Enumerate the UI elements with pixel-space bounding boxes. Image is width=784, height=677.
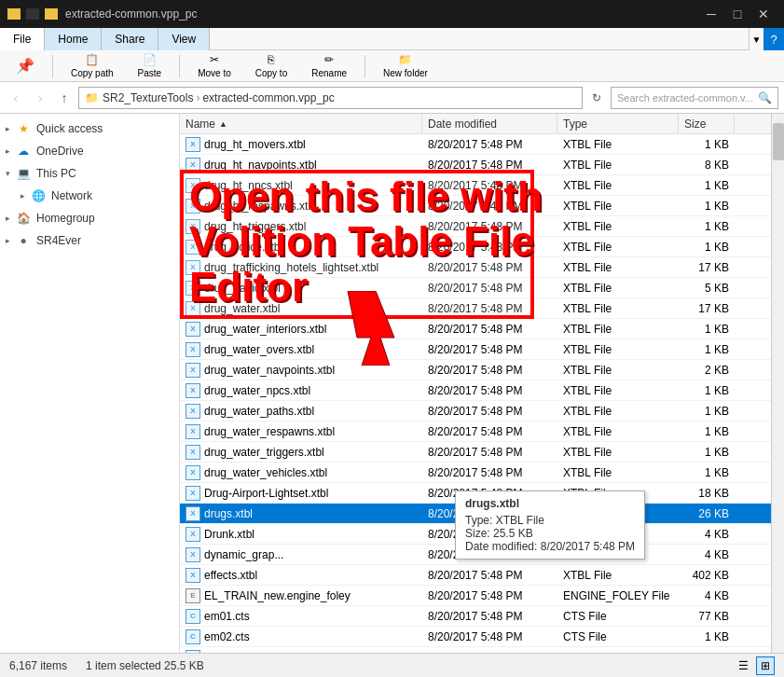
col-type-label: Type xyxy=(563,117,587,131)
file-name: em01.cts xyxy=(204,610,250,623)
table-row[interactable]: X drugs.xtbl 8/20/2017 5:48 PM XTBL File… xyxy=(180,504,771,524)
sidebar-item-homegroup[interactable]: ▸ 🏠 Homegroup xyxy=(0,207,179,229)
onedrive-expander: ▸ xyxy=(0,144,15,159)
table-row[interactable]: X drug_water_vehicles.xtbl 8/20/2017 5:4… xyxy=(180,463,771,483)
table-row[interactable]: X dynamic_grap... 8/20/2017 5:48 PM XTBL… xyxy=(180,545,771,565)
table-row[interactable]: X drug_ht_navpoints.xtbl 8/20/2017 5:48 … xyxy=(180,155,771,175)
table-row[interactable]: C em02.cts 8/20/2017 5:48 PM CTS File 1 … xyxy=(180,627,771,647)
file-name: drug_water_respawns.xtbl xyxy=(204,425,335,438)
table-row[interactable]: X drug_water.xtbl 8/20/2017 5:48 PM XTBL… xyxy=(180,298,771,319)
table-row[interactable]: X drug_ht_triggers.xtbl 8/20/2017 5:48 P… xyxy=(180,216,771,237)
table-row[interactable]: X effects.xtbl 8/20/2017 5:48 PM XTBL Fi… xyxy=(180,565,771,586)
col-header-date[interactable]: Date modified xyxy=(422,114,557,134)
file-name-cell: X drugs.xtbl xyxy=(180,506,422,521)
col-header-size[interactable]: Size xyxy=(679,114,735,134)
file-name: drug_water_npcs.xtbl xyxy=(204,384,310,397)
table-row[interactable]: X drug_water_interiors.xtbl 8/20/2017 5:… xyxy=(180,319,771,339)
breadcrumb[interactable]: 📁 SR2_TextureTools › extracted-common.vp… xyxy=(78,87,583,109)
ribbon-paste-btn[interactable]: 📄 Paste xyxy=(128,49,172,82)
tab-share[interactable]: Share xyxy=(102,28,158,50)
table-row[interactable]: X Drug-Airport-Lightset.xtbl 8/20/2017 5… xyxy=(180,483,771,504)
file-name-cell: X drug_ht_triggers.xtbl xyxy=(180,219,422,234)
homegroup-expander: ▸ xyxy=(0,211,15,226)
file-date-cell: 8/20/2017 5:48 PM xyxy=(422,466,557,479)
col-size-label: Size xyxy=(684,117,706,131)
file-type-icon: X xyxy=(186,199,200,214)
col-header-name[interactable]: Name ▲ xyxy=(180,114,422,134)
refresh-button[interactable]: ↻ xyxy=(586,88,607,108)
file-type-cell: XTBL File xyxy=(557,569,679,582)
breadcrumb-arrow1: › xyxy=(196,91,199,104)
table-row[interactable]: X drug_water_respawns.xtbl 8/20/2017 5:4… xyxy=(180,421,771,442)
file-type-icon: X xyxy=(186,137,200,152)
table-row[interactable]: C em01.cts 8/20/2017 5:48 PM CTS File 77… xyxy=(180,606,771,627)
file-name-cell: X drug_water_paths.xtbl xyxy=(180,404,422,419)
table-row[interactable]: X drug_ht_npcs.xtbl 8/20/2017 5:48 PM XT… xyxy=(180,175,771,196)
sidebar-item-network[interactable]: ▸ 🌐 Network xyxy=(0,185,179,207)
table-row[interactable]: X drug_water_overs.xtbl 8/20/2017 5:48 P… xyxy=(180,339,771,360)
table-row[interactable]: X drug_water_triggers.xtbl 8/20/2017 5:4… xyxy=(180,442,771,463)
back-button[interactable]: ‹ xyxy=(6,88,26,108)
scrollbar-track[interactable] xyxy=(771,114,784,653)
table-row[interactable]: X Drunk.xtbl 8/20/2017 5:48 PM XTBL File… xyxy=(180,524,771,545)
tab-home[interactable]: Home xyxy=(45,28,102,50)
table-row[interactable]: X drug_water_npcs.xtbl 8/20/2017 5:48 PM… xyxy=(180,380,771,401)
view-details-btn[interactable]: ☰ xyxy=(734,656,752,675)
file-type-cell: ENGINE_FOLEY File xyxy=(557,589,679,602)
table-row[interactable]: X drug_police.xtbl 8/20/2017 5:48 PM XTB… xyxy=(180,237,771,257)
file-name: drug_ht_triggers.xtbl xyxy=(204,220,306,233)
file-size-cell: 1 KB xyxy=(679,384,735,397)
file-name: drug_ht_navpoints.xtbl xyxy=(204,159,317,172)
maximize-button[interactable]: □ xyxy=(724,0,750,28)
file-type-cell: XTBL File xyxy=(557,179,679,192)
col-header-type[interactable]: Type xyxy=(557,114,679,134)
tab-view[interactable]: View xyxy=(158,28,210,50)
main-layout: ▸ ★ Quick access ▸ ☁ OneDrive ▾ 💻 This P… xyxy=(0,114,784,653)
sr4ever-icon: ● xyxy=(15,232,32,249)
table-row[interactable]: X drug_water_navpoints.xtbl 8/20/2017 5:… xyxy=(180,360,771,380)
help-button[interactable]: ? xyxy=(763,28,784,50)
file-type-icon: X xyxy=(186,445,200,460)
sidebar-item-this-pc[interactable]: ▾ 💻 This PC xyxy=(0,162,179,185)
tab-file[interactable]: File xyxy=(0,28,45,50)
file-name: drug_water_paths.xtbl xyxy=(204,405,314,418)
table-row[interactable]: X drug_trafficking_hotels_lightset.xtbl … xyxy=(180,257,771,278)
close-button[interactable]: ✕ xyxy=(750,0,777,28)
table-row[interactable]: X drug_ht_movers.xtbl 8/20/2017 5:48 PM … xyxy=(180,134,771,155)
file-name: drug_police.xtbl xyxy=(204,241,282,254)
file-name-cell: X drug_police.xtbl xyxy=(180,240,422,255)
file-type-icon: X xyxy=(186,650,200,654)
ribbon-move-btn[interactable]: ✂ Move to xyxy=(187,49,241,82)
table-row[interactable]: X emotions.xtbl 8/20/2017 5:48 PM XTBL F… xyxy=(180,647,771,653)
search-bar[interactable]: Search extracted-common.v... 🔍 xyxy=(611,87,778,109)
ribbon-copy-btn[interactable]: ⎘ Copy to xyxy=(245,49,297,82)
ribbon-pin-btn[interactable]: 📌 xyxy=(6,53,45,78)
minimize-button[interactable]: ─ xyxy=(698,0,724,28)
quick-access-label: Quick access xyxy=(36,122,103,135)
file-date-cell: 8/20/2017 5:48 PM xyxy=(422,302,557,315)
sidebar-item-sr4ever[interactable]: ▸ ● SR4Ever xyxy=(0,229,179,252)
ribbon-collapse-btn[interactable]: ▼ xyxy=(749,28,763,50)
view-large-icons-btn[interactable]: ⊞ xyxy=(756,656,775,675)
ribbon-copy-path-btn[interactable]: 📋 Copy path xyxy=(61,49,124,82)
search-icon: 🔍 xyxy=(758,91,772,104)
sidebar-item-quick-access[interactable]: ▸ ★ Quick access xyxy=(0,117,179,140)
sr4ever-expander: ▸ xyxy=(0,233,15,248)
scrollbar-thumb[interactable] xyxy=(773,123,784,160)
up-button[interactable]: ↑ xyxy=(54,88,75,108)
table-row[interactable]: X drug_ht_respawns.xtbl 8/20/2017 5:48 P… xyxy=(180,196,771,216)
table-row[interactable]: X drug_water_paths.xtbl 8/20/2017 5:48 P… xyxy=(180,401,771,421)
file-size-cell: 1 KB xyxy=(679,200,735,213)
table-row[interactable]: E EL_TRAIN_new.engine_foley 8/20/2017 5:… xyxy=(180,586,771,606)
breadcrumb-text: SR2_TextureTools xyxy=(103,91,193,104)
sidebar-item-onedrive[interactable]: ▸ ☁ OneDrive xyxy=(0,140,179,162)
ribbon-rename-btn[interactable]: ✏ Rename xyxy=(301,49,357,82)
file-type-cell: XTBL File xyxy=(557,159,679,172)
file-type-cell: XTBL File xyxy=(557,220,679,233)
forward-button[interactable]: › xyxy=(30,88,50,108)
ribbon-newfolder-btn[interactable]: 📁 New folder xyxy=(373,49,438,82)
table-row[interactable]: X drug_traffic.xtbl 8/20/2017 5:48 PM XT… xyxy=(180,278,771,298)
file-date-cell: 8/20/2017 5:48 PM xyxy=(422,405,557,418)
file-date-cell: 8/20/2017 5:48 PM xyxy=(422,548,557,561)
file-name: drug_ht_movers.xtbl xyxy=(204,138,306,151)
